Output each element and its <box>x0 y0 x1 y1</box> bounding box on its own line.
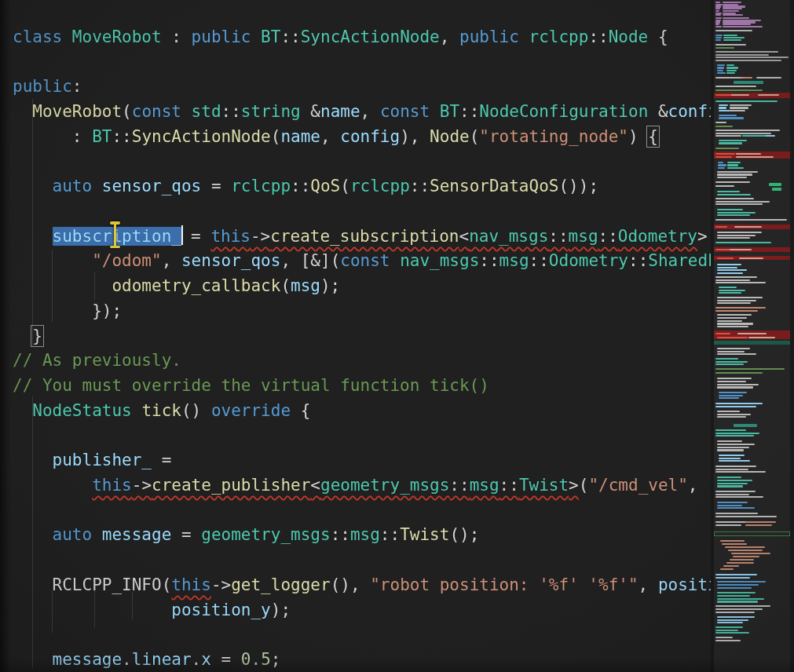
minimap-section-divider <box>734 81 763 84</box>
code-token: nav_msgs <box>469 227 548 246</box>
code-token: :: <box>459 102 479 121</box>
minimap-row <box>723 37 745 38</box>
code-token: sensor_qos <box>181 251 280 270</box>
code-token: nav_msgs <box>400 251 479 270</box>
minimap-row <box>715 8 720 9</box>
minimap-row <box>715 361 748 363</box>
minimap-row <box>715 47 734 49</box>
minimap-row <box>731 94 749 96</box>
minimap-row <box>723 2 741 3</box>
code-token: x <box>201 650 221 669</box>
minimap-row <box>745 524 772 526</box>
code-token: :: <box>588 27 608 46</box>
minimap-row <box>717 194 751 195</box>
minimap-row <box>715 51 778 53</box>
minimap-row <box>728 550 763 551</box>
code-token: linear <box>132 650 192 669</box>
minimap-outlined-bar <box>714 531 790 536</box>
code-token: ( <box>280 276 291 295</box>
code-token: Odometry <box>549 251 628 270</box>
code-token: -> <box>211 575 231 594</box>
minimap-row <box>715 226 727 228</box>
minimap-row <box>726 72 735 74</box>
code-token: RCLCPP_INFO <box>53 575 162 594</box>
code-token: :: <box>628 251 648 270</box>
code-token: const <box>132 102 192 121</box>
code-line: odometry_callback(msg); <box>13 274 711 299</box>
code-token: const <box>340 251 400 270</box>
code-token: () <box>181 401 211 420</box>
code-token: ( <box>122 102 132 121</box>
code-token: msg <box>470 476 499 495</box>
code-token: std <box>192 102 221 121</box>
minimap-row <box>733 556 759 557</box>
minimap-row <box>730 110 745 111</box>
minimap-row <box>723 8 742 9</box>
code-line: } <box>13 324 711 349</box>
minimap-row <box>723 26 763 27</box>
minimap-row <box>717 622 743 623</box>
code-token: auto <box>53 177 102 195</box>
code-token <box>13 575 53 594</box>
minimap-row <box>715 201 770 203</box>
minimap-row <box>722 543 747 545</box>
code-token: ( <box>340 177 350 195</box>
code-token: :: <box>221 102 241 121</box>
minimap-row <box>756 77 781 79</box>
minimap-row <box>726 562 754 564</box>
minimap-row <box>717 411 740 412</box>
code-token: msg <box>499 251 529 270</box>
minimap-row <box>715 133 771 134</box>
minimap-row <box>719 110 730 111</box>
minimap-row <box>715 17 722 19</box>
minimap-row <box>717 505 742 506</box>
minimap-row <box>715 524 741 526</box>
minimap-row <box>715 403 763 404</box>
code-area[interactable]: class MoveRobot : public BT::SyncActionN… <box>13 25 711 672</box>
minimap-row <box>715 130 780 131</box>
minimap-row <box>715 358 738 360</box>
code-token: ), <box>400 127 430 146</box>
minimap-row <box>730 104 752 106</box>
minimap-row <box>715 640 741 641</box>
minimap-row <box>766 135 775 137</box>
minimap[interactable] <box>714 0 790 672</box>
minimap-row <box>717 581 766 583</box>
minimap-row <box>723 10 739 12</box>
code-token: { <box>648 127 658 146</box>
code-line: public: <box>13 75 711 100</box>
code-editor[interactable]: class MoveRobot : public BT::SyncActionN… <box>0 0 711 672</box>
code-token: ( <box>579 476 589 495</box>
minimap-row <box>715 574 757 575</box>
minimap-row <box>719 455 745 456</box>
code-token: :: <box>529 251 549 270</box>
minimap-row <box>715 35 723 36</box>
code-line: class MoveRobot : public BT::SyncActionN… <box>13 25 711 50</box>
minimap-row <box>717 72 726 74</box>
minimap-row <box>715 310 758 312</box>
code-token: BT <box>92 127 112 146</box>
minimap-section-divider <box>734 424 757 427</box>
code-token: : <box>72 77 82 96</box>
code-token: :: <box>280 27 300 46</box>
minimap-row <box>717 507 755 509</box>
minimap-row <box>717 351 745 352</box>
code-token <box>13 601 171 619</box>
code-token <box>13 476 92 495</box>
minimap-row <box>719 140 747 141</box>
minimap-row <box>717 485 743 487</box>
minimap-row <box>717 320 742 322</box>
code-token: Odometry <box>618 227 697 246</box>
code-token: { <box>301 401 311 420</box>
code-token: ]( <box>320 251 340 270</box>
code-token: ); <box>320 276 340 295</box>
code-token: rclcpp <box>350 177 410 195</box>
code-token: :: <box>291 177 310 195</box>
minimap-row <box>727 167 744 169</box>
minimap-row <box>715 44 746 46</box>
minimap-row <box>717 314 752 316</box>
minimap-row <box>717 449 744 451</box>
code-token: :: <box>449 476 469 495</box>
minimap-row <box>715 372 763 374</box>
code-token: < <box>310 476 320 495</box>
